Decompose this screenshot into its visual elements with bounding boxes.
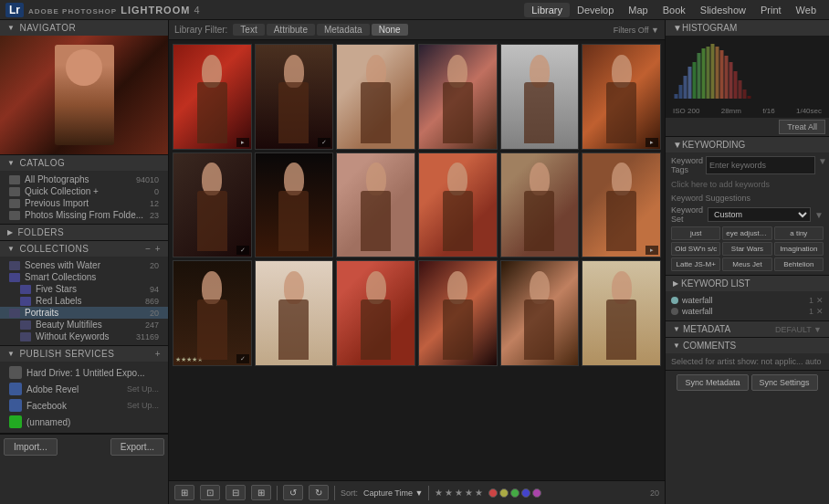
filters-off-label[interactable]: Filters Off ▼ [614, 26, 659, 35]
catalog-header[interactable]: ▼ Catalog [0, 155, 168, 171]
photo-cell[interactable] [255, 260, 334, 366]
loupe-view-btn[interactable]: ⊡ [200, 485, 220, 500]
photo-cell[interactable] [255, 152, 334, 258]
photo-cell[interactable] [418, 44, 498, 150]
keyword-grid-btn[interactable]: Star Wars [722, 242, 771, 256]
filter-tab-attribute[interactable]: Attribute [267, 24, 315, 36]
collections-header[interactable]: ▼ Collections − + [0, 241, 168, 257]
photo-cell[interactable]: ✓★★★★★ [173, 260, 252, 366]
green-label-filter[interactable] [510, 488, 519, 498]
collection-row[interactable]: Beauty Multifiles 247 [11, 319, 168, 331]
star-4[interactable]: ★ [465, 488, 473, 498]
photo-cell[interactable] [418, 260, 498, 366]
star-2[interactable]: ★ [445, 488, 453, 498]
keyword-grid-btn[interactable]: Old SW'n s/c [671, 242, 720, 256]
collection-row[interactable]: Red Labels 869 [11, 295, 168, 307]
export-button[interactable]: Export... [110, 438, 164, 456]
keyword-grid-btn[interactable]: just [671, 226, 720, 240]
catalog-row[interactable]: Previous Import 12 [0, 197, 168, 209]
photo-cell[interactable]: ✓ [173, 152, 252, 258]
collections-minus-btn[interactable]: − [145, 244, 151, 254]
publish-services-header[interactable]: ▼ Publish Services + [0, 346, 168, 362]
collection-row[interactable]: Five Stars 94 [11, 283, 168, 295]
photo-cell[interactable] [336, 152, 415, 258]
rotate-cw-btn[interactable]: ↻ [309, 485, 329, 500]
star-3[interactable]: ★ [455, 488, 463, 498]
collection-row[interactable]: Scenes with Water 20 [0, 259, 168, 271]
blue-label-filter[interactable] [521, 488, 530, 498]
keyword-remove-btn[interactable]: ✕ [816, 307, 824, 316]
photo-cell[interactable]: ▸ [173, 44, 252, 150]
import-button[interactable]: Import... [4, 438, 58, 456]
collections-plus-btn[interactable]: + [155, 244, 161, 254]
star-5[interactable]: ★ [475, 488, 483, 498]
comments-header[interactable]: ▼ Comments [666, 338, 829, 353]
menu-item-book[interactable]: Book [656, 3, 693, 17]
menu-item-print[interactable]: Print [753, 3, 789, 17]
sort-value[interactable]: Capture Time ▼ [363, 488, 423, 498]
photo-cell[interactable] [500, 260, 580, 366]
publish-service-row[interactable]: Adobe Revel Set Up... [0, 381, 168, 397]
stars-filter[interactable]: ★ ★ ★ ★ ★ [435, 488, 483, 498]
filter-tab-metadata[interactable]: Metadata [317, 24, 370, 36]
menu-item-develop[interactable]: Develop [570, 3, 621, 17]
keyword-list-item[interactable]: waterfall 1 ✕ [671, 295, 824, 306]
collection-row[interactable]: Without Keywords 31169 [11, 331, 168, 342]
treat-all-btn[interactable]: Treat All [779, 120, 825, 134]
keyword-tags-input[interactable] [706, 156, 815, 174]
metadata-dropdown[interactable]: Default ▼ [775, 325, 822, 334]
publish-service-row[interactable]: (unnamed) [0, 414, 168, 430]
keyword-grid-btn[interactable]: eye adjustment [722, 226, 771, 240]
collection-row[interactable]: Portraits 20 [0, 307, 168, 319]
keyword-grid-btn[interactable]: Imagination [774, 242, 824, 256]
metadata-header[interactable]: ▼ Metadata Default ▼ [666, 321, 829, 337]
photo-cell[interactable]: ▸ [582, 152, 661, 258]
keyword-tags-expand[interactable]: ▼ [818, 156, 827, 174]
keyword-list-item[interactable]: waterfall 1 ✕ [671, 306, 824, 317]
menu-item-map[interactable]: Map [621, 3, 655, 17]
keyset-select[interactable]: Custom Outdoor Photography Portrait Phot… [708, 207, 811, 222]
keywording-header[interactable]: ▼ Keywording [666, 137, 829, 152]
photo-cell[interactable]: ✓ [255, 44, 334, 150]
menu-item-library[interactable]: Library [524, 3, 570, 17]
compare-view-btn[interactable]: ⊟ [226, 485, 246, 500]
sync-settings-btn[interactable]: Sync Settings [751, 374, 818, 391]
survey-view-btn[interactable]: ⊞ [251, 485, 271, 500]
folders-header[interactable]: ▶ Folders [0, 225, 168, 240]
keyword-grid-btn[interactable]: Latte JS-M+ [671, 257, 720, 271]
star-1[interactable]: ★ [435, 488, 443, 498]
photo-cell[interactable] [418, 152, 498, 258]
menu-item-slideshow[interactable]: Slideshow [693, 3, 753, 17]
filter-tab-text[interactable]: Text [233, 24, 264, 36]
keyword-list-header[interactable]: ▶ Keyword List [666, 276, 829, 291]
photo-cell[interactable]: ▸ [582, 44, 661, 150]
keyword-remove-btn[interactable]: ✕ [816, 296, 824, 305]
rotate-ccw-btn[interactable]: ↺ [283, 485, 303, 500]
purple-label-filter[interactable] [532, 488, 541, 498]
publish-service-row[interactable]: Hard Drive: 1 Untitled Expo... [0, 364, 168, 381]
keyword-grid-btn[interactable]: Meus Jet [722, 257, 771, 271]
photo-cell[interactable] [500, 44, 580, 150]
catalog-row[interactable]: Quick Collection + 0 [0, 185, 168, 197]
service-setup[interactable]: Set Up... [127, 401, 159, 410]
red-label-filter[interactable] [488, 488, 498, 498]
navigator-header[interactable]: ▼ Navigator [0, 20, 168, 36]
collection-row[interactable]: Smart Collections [0, 271, 168, 283]
grid-view-btn[interactable]: ⊞ [174, 485, 194, 500]
photo-cell[interactable] [336, 260, 415, 366]
catalog-row[interactable]: All Photographs 94010 [0, 173, 168, 185]
keyword-grid-btn[interactable]: a tiny [774, 226, 824, 240]
sync-metadata-btn[interactable]: Sync Metadata [677, 374, 748, 391]
service-setup[interactable]: Set Up... [127, 384, 159, 394]
menu-item-web[interactable]: Web [789, 3, 824, 17]
catalog-row[interactable]: Photos Missing From Folde... 23 [0, 209, 168, 221]
photo-cell[interactable] [582, 260, 661, 366]
keyword-grid-btn[interactable]: Behtelion [774, 257, 824, 271]
photo-cell[interactable] [500, 152, 580, 258]
photo-cell[interactable] [336, 44, 415, 150]
publish-plus-btn[interactable]: + [155, 349, 161, 359]
filter-tab-none[interactable]: None [372, 24, 408, 36]
publish-service-row[interactable]: Facebook Set Up... [0, 397, 168, 414]
yellow-label-filter[interactable] [499, 488, 509, 498]
histogram-header[interactable]: ▼ Histogram [666, 20, 829, 36]
